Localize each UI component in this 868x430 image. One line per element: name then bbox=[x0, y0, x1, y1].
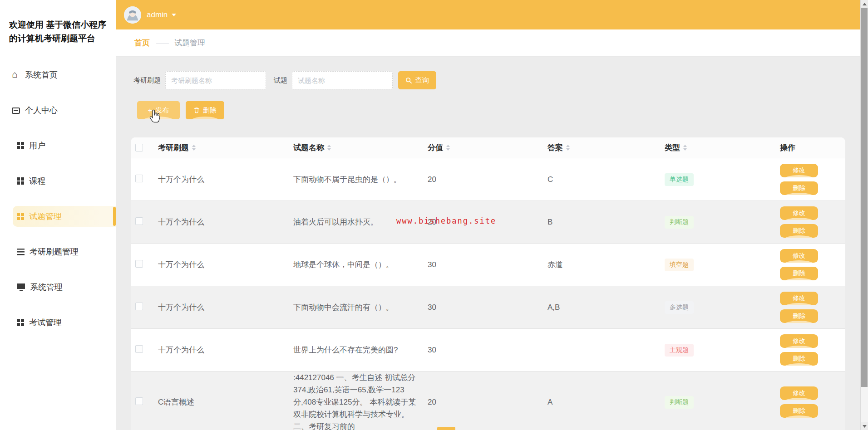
type-tag: 判断题 bbox=[665, 396, 694, 409]
sort-arrows-icon[interactable] bbox=[683, 145, 687, 151]
sidebar-nav: 系统首页个人中心用户课程试题管理考研刷题管理系统管理考试管理 bbox=[0, 64, 116, 333]
scrollbar-down-arrow[interactable] bbox=[861, 422, 868, 430]
cell-actions: 修改删除 bbox=[773, 158, 845, 200]
type-tag: 填空题 bbox=[665, 259, 694, 271]
row-checkbox-cell bbox=[131, 175, 151, 185]
row-checkbox[interactable] bbox=[135, 397, 143, 405]
sidebar-item-brushes[interactable]: 考研刷题管理 bbox=[0, 241, 116, 262]
sidebar-item-home[interactable]: 系统首页 bbox=[0, 64, 116, 85]
cell-answer: C bbox=[540, 175, 659, 184]
sidebar-item-courses[interactable]: 课程 bbox=[0, 171, 116, 191]
bulk-delete-button-label: 删除 bbox=[203, 106, 217, 115]
cell-answer: 赤道 bbox=[540, 259, 659, 270]
grid-icon bbox=[17, 319, 24, 326]
sidebar-item-label: 试题管理 bbox=[29, 211, 62, 222]
grid-icon bbox=[17, 177, 24, 185]
filter-bar: 考研刷题 试题 查询 bbox=[116, 57, 860, 89]
column-header-label: 类型 bbox=[665, 142, 680, 153]
sidebar-item-label: 考研刷题管理 bbox=[30, 246, 79, 257]
delete-row-button[interactable]: 删除 bbox=[780, 309, 818, 323]
column-header-label: 分值 bbox=[428, 142, 443, 153]
cell-brush-name: 十万个为什么 bbox=[151, 217, 286, 227]
username[interactable]: admin bbox=[147, 10, 168, 20]
publish-button[interactable]: + 发布 bbox=[137, 101, 180, 119]
sidebar-item-system[interactable]: 系统管理 bbox=[0, 277, 116, 298]
row-checkbox-cell bbox=[131, 345, 151, 355]
topbar: admin bbox=[116, 0, 860, 29]
cell-actions: 修改删除 bbox=[773, 381, 845, 423]
sidebar-item-label: 考试管理 bbox=[29, 317, 62, 328]
select-all-checkbox[interactable] bbox=[135, 144, 143, 151]
sort-arrows-icon[interactable] bbox=[327, 145, 331, 151]
sort-arrows-icon[interactable] bbox=[566, 145, 570, 151]
row-checkbox-cell bbox=[131, 260, 151, 270]
delete-row-button[interactable]: 删除 bbox=[780, 267, 818, 280]
action-bar: + 发布 删除 bbox=[116, 101, 860, 119]
edit-button[interactable]: 修改 bbox=[780, 334, 818, 348]
cell-score: 20 bbox=[420, 398, 540, 407]
table-header-row: 考研刷题试题名称分值答案类型操作 bbox=[131, 137, 845, 158]
pagination-active-page[interactable] bbox=[437, 427, 455, 430]
edit-button[interactable]: 修改 bbox=[780, 386, 818, 400]
main-area: admin 首页 —— 试题管理 考研刷题 试题 查询 bbox=[116, 0, 860, 430]
cell-type: 多选题 bbox=[659, 301, 773, 314]
sidebar-item-label: 系统管理 bbox=[30, 282, 63, 293]
brush-search-input[interactable] bbox=[165, 71, 266, 89]
cell-actions: 修改删除 bbox=[773, 201, 845, 243]
question-filter-label: 试题 bbox=[274, 76, 287, 85]
plus-icon: + bbox=[148, 107, 153, 114]
sidebar-item-profile[interactable]: 个人中心 bbox=[0, 100, 116, 121]
sort-arrows-icon[interactable] bbox=[192, 145, 196, 151]
row-checkbox-cell bbox=[131, 217, 151, 227]
select-all-cell bbox=[131, 144, 151, 151]
table-row: 十万个为什么地球是个球体，中间是（）。30赤道填空题修改删除 bbox=[131, 244, 845, 286]
list-icon bbox=[17, 248, 25, 255]
column-header: 试题名称 bbox=[286, 142, 420, 154]
cell-answer: A bbox=[540, 398, 659, 407]
sidebar-item-users[interactable]: 用户 bbox=[0, 135, 116, 156]
user-avatar[interactable] bbox=[124, 6, 141, 24]
scrollbar-thumb[interactable] bbox=[861, 8, 868, 387]
sidebar-item-exams[interactable]: 考试管理 bbox=[0, 312, 116, 333]
scrollbar-up-arrow[interactable] bbox=[861, 0, 868, 8]
cell-actions: 修改删除 bbox=[773, 329, 845, 371]
app-root: 欢迎使用 基于微信小程序的计算机考研刷题平台 系统首页个人中心用户课程试题管理考… bbox=[0, 0, 868, 430]
delete-row-button[interactable]: 删除 bbox=[780, 404, 818, 418]
column-header-label: 试题名称 bbox=[293, 142, 324, 154]
chevron-down-icon[interactable] bbox=[172, 14, 176, 16]
row-checkbox[interactable] bbox=[135, 260, 143, 268]
row-checkbox[interactable] bbox=[135, 175, 143, 182]
sort-arrows-icon[interactable] bbox=[446, 145, 450, 151]
question-search-input[interactable] bbox=[292, 71, 393, 89]
table-row: 十万个为什么世界上为什么不存在完美的圆?30主观题修改删除 bbox=[131, 329, 845, 371]
cell-type: 判断题 bbox=[659, 396, 773, 409]
cell-brush-name: 十万个为什么 bbox=[151, 174, 286, 185]
table-row: C语言概述:442127046 一、考生自述 初试总分374,政治61,英语一6… bbox=[131, 371, 845, 430]
cell-type: 填空题 bbox=[659, 259, 773, 271]
type-tag: 主观题 bbox=[665, 344, 694, 357]
cell-question-name: 地球是个球体，中间是（）。 bbox=[286, 259, 420, 271]
row-checkbox[interactable] bbox=[135, 345, 143, 353]
sidebar: 欢迎使用 基于微信小程序的计算机考研刷题平台 系统首页个人中心用户课程试题管理考… bbox=[0, 0, 116, 430]
delete-row-button[interactable]: 删除 bbox=[780, 352, 818, 366]
sidebar-item-label: 个人中心 bbox=[25, 105, 58, 116]
edit-button[interactable]: 修改 bbox=[780, 164, 818, 177]
edit-button[interactable]: 修改 bbox=[780, 292, 818, 305]
delete-row-button[interactable]: 删除 bbox=[780, 181, 818, 195]
sidebar-item-questions[interactable]: 试题管理 bbox=[13, 206, 116, 227]
row-checkbox[interactable] bbox=[135, 217, 143, 225]
edit-button[interactable]: 修改 bbox=[780, 249, 818, 263]
breadcrumb-home[interactable]: 首页 bbox=[134, 38, 150, 48]
cell-score: 30 bbox=[420, 346, 540, 355]
column-header-label: 操作 bbox=[780, 142, 795, 153]
table-body: 十万个为什么下面动物不属于昆虫的是（）。20C单选题修改删除十万个为什么油着火后… bbox=[131, 158, 845, 430]
edit-button[interactable]: 修改 bbox=[780, 206, 818, 220]
column-header: 答案 bbox=[540, 142, 659, 153]
cell-brush-name: 十万个为什么 bbox=[151, 345, 286, 355]
trash-icon bbox=[193, 107, 200, 113]
bulk-delete-button[interactable]: 删除 bbox=[186, 101, 224, 119]
delete-row-button[interactable]: 删除 bbox=[780, 224, 818, 238]
search-button[interactable]: 查询 bbox=[398, 71, 436, 89]
row-checkbox[interactable] bbox=[135, 303, 143, 310]
cell-answer: B bbox=[540, 218, 659, 227]
